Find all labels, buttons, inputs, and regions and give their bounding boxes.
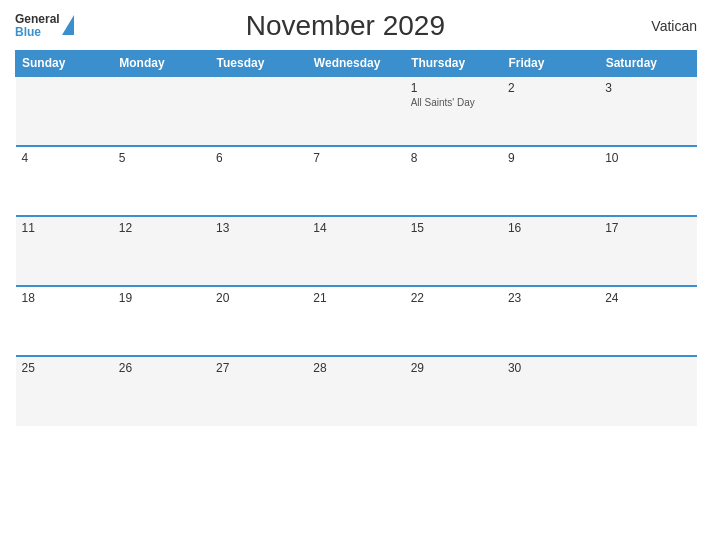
day-number: 24 [605, 291, 690, 305]
header-thursday: Thursday [405, 51, 502, 77]
day-number: 30 [508, 361, 593, 375]
day-number: 23 [508, 291, 593, 305]
calendar-cell: 9 [502, 146, 599, 216]
day-number: 7 [313, 151, 398, 165]
day-number: 3 [605, 81, 690, 95]
day-number: 28 [313, 361, 398, 375]
day-number: 16 [508, 221, 593, 235]
header-tuesday: Tuesday [210, 51, 307, 77]
calendar-cell: 12 [113, 216, 210, 286]
calendar-cell: 27 [210, 356, 307, 426]
day-number: 29 [411, 361, 496, 375]
header-friday: Friday [502, 51, 599, 77]
calendar-container: General Blue November 2029 Vatican Sunda… [0, 0, 712, 550]
calendar-cell: 21 [307, 286, 404, 356]
calendar-cell: 25 [16, 356, 113, 426]
day-number: 14 [313, 221, 398, 235]
day-number: 21 [313, 291, 398, 305]
calendar-cell [210, 76, 307, 146]
day-number: 26 [119, 361, 204, 375]
calendar-cell: 17 [599, 216, 696, 286]
calendar-cell: 4 [16, 146, 113, 216]
calendar-cell: 15 [405, 216, 502, 286]
day-number: 4 [22, 151, 107, 165]
day-number: 1 [411, 81, 496, 95]
calendar-cell: 7 [307, 146, 404, 216]
calendar-cell [599, 356, 696, 426]
holiday-name: All Saints' Day [411, 97, 496, 108]
calendar-cell: 28 [307, 356, 404, 426]
day-number: 13 [216, 221, 301, 235]
calendar-cell [16, 76, 113, 146]
day-number: 19 [119, 291, 204, 305]
calendar-cell: 19 [113, 286, 210, 356]
day-number: 27 [216, 361, 301, 375]
header-saturday: Saturday [599, 51, 696, 77]
week-row: 11121314151617 [16, 216, 697, 286]
logo: General Blue [15, 13, 74, 39]
calendar-cell: 11 [16, 216, 113, 286]
day-number: 20 [216, 291, 301, 305]
day-header-row: Sunday Monday Tuesday Wednesday Thursday… [16, 51, 697, 77]
calendar-cell: 10 [599, 146, 696, 216]
calendar-cell: 24 [599, 286, 696, 356]
calendar-cell [307, 76, 404, 146]
header-wednesday: Wednesday [307, 51, 404, 77]
calendar-table: Sunday Monday Tuesday Wednesday Thursday… [15, 50, 697, 426]
week-row: 1All Saints' Day23 [16, 76, 697, 146]
calendar-cell: 20 [210, 286, 307, 356]
calendar-cell: 18 [16, 286, 113, 356]
week-row: 18192021222324 [16, 286, 697, 356]
calendar-cell: 30 [502, 356, 599, 426]
day-number: 11 [22, 221, 107, 235]
calendar-cell: 8 [405, 146, 502, 216]
day-number: 8 [411, 151, 496, 165]
logo-text: General Blue [15, 13, 60, 39]
calendar-cell: 23 [502, 286, 599, 356]
calendar-cell: 1All Saints' Day [405, 76, 502, 146]
day-number: 15 [411, 221, 496, 235]
day-number: 12 [119, 221, 204, 235]
week-row: 45678910 [16, 146, 697, 216]
calendar-cell: 5 [113, 146, 210, 216]
day-number: 17 [605, 221, 690, 235]
day-number: 2 [508, 81, 593, 95]
calendar-cell: 13 [210, 216, 307, 286]
header-monday: Monday [113, 51, 210, 77]
day-number: 22 [411, 291, 496, 305]
calendar-cell: 14 [307, 216, 404, 286]
calendar-cell: 2 [502, 76, 599, 146]
calendar-header: General Blue November 2029 Vatican [15, 10, 697, 42]
country-label: Vatican [617, 18, 697, 34]
day-number: 9 [508, 151, 593, 165]
day-number: 10 [605, 151, 690, 165]
logo-triangle-icon [62, 15, 74, 35]
week-row: 252627282930 [16, 356, 697, 426]
calendar-cell: 6 [210, 146, 307, 216]
day-number: 6 [216, 151, 301, 165]
calendar-cell: 26 [113, 356, 210, 426]
header-sunday: Sunday [16, 51, 113, 77]
calendar-cell: 3 [599, 76, 696, 146]
logo-blue: Blue [15, 26, 60, 39]
calendar-title: November 2029 [74, 10, 617, 42]
day-number: 25 [22, 361, 107, 375]
calendar-cell: 29 [405, 356, 502, 426]
day-number: 18 [22, 291, 107, 305]
day-number: 5 [119, 151, 204, 165]
calendar-cell [113, 76, 210, 146]
calendar-cell: 22 [405, 286, 502, 356]
calendar-cell: 16 [502, 216, 599, 286]
